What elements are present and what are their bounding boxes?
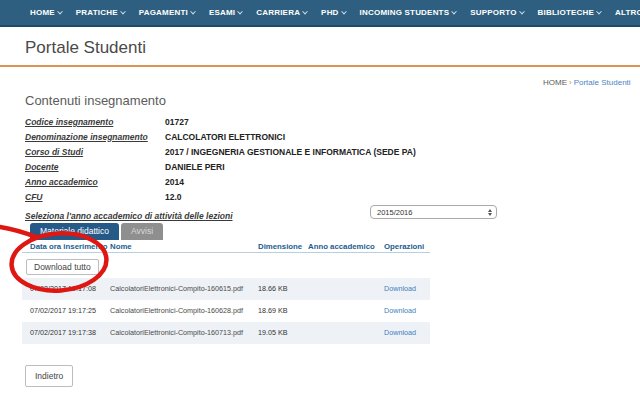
nav-item-label: ALTRO: [615, 8, 640, 17]
cell-year: [308, 300, 378, 322]
chevron-down-icon: [519, 8, 525, 14]
detail-value: 2017 / INGEGNERIA GESTIONALE E INFORMATI…: [165, 147, 416, 157]
column-header-date: Data ora inserimento: [22, 242, 110, 251]
main-nav: HOME PRATICHE PAGAMENTI ESAMI CARRIERA P…: [0, 0, 640, 27]
cell-year: [308, 322, 378, 344]
chevron-down-icon: [451, 8, 457, 14]
back-button[interactable]: Indietro: [25, 365, 73, 387]
nav-item-esami[interactable]: ESAMI: [209, 8, 242, 17]
nav-item-label: ESAMI: [209, 8, 235, 17]
nav-item-biblioteche[interactable]: BIBLIOTECHE: [538, 8, 601, 17]
cell-date: 07/02/2017 19:17:25: [22, 300, 110, 322]
chevron-down-icon: [190, 8, 196, 14]
table-row: 07/02/2017 19:17:25 CalcolatoriElettroni…: [22, 300, 430, 322]
cell-size: 19.05 KB: [258, 322, 308, 344]
detail-label: Corso di Studi: [25, 147, 165, 157]
cell-size: 18.66 KB: [258, 278, 308, 300]
breadcrumb: HOME›Portale Studenti: [543, 78, 640, 87]
download-all-button[interactable]: Download tutto: [26, 259, 99, 275]
column-header-name: Nome: [110, 242, 258, 251]
course-details: Codice insegnamento01727 Denominazione i…: [25, 114, 640, 204]
tab-materiale-didattico[interactable]: Materiale didattico: [30, 223, 119, 240]
nav-item-incoming-students[interactable]: INCOMING STUDENTS: [360, 8, 457, 17]
nav-item-label: BIBLIOTECHE: [538, 8, 594, 17]
nav-item-label: CARRIERA: [256, 8, 300, 17]
table-row: 07/02/2017 19:17:38 CalcolatoriElettroni…: [22, 322, 430, 344]
cell-filename: CalcolatoriElettronici-Compito-160628.pd…: [110, 300, 258, 322]
download-all-row: Download tutto: [22, 253, 430, 278]
column-header-year: Anno accademico: [308, 242, 378, 251]
cell-date: 07/02/2017 19:17:38: [22, 322, 110, 344]
column-header-size: Dimensione: [258, 242, 308, 251]
nav-item-home[interactable]: HOME: [30, 8, 62, 17]
content-tabs: Materiale didattico Avvisi: [30, 223, 640, 240]
nav-item-supporto[interactable]: SUPPORTO: [470, 8, 523, 17]
year-select-row: Seleziona l'anno accademico di attività …: [25, 205, 640, 220]
download-link[interactable]: Download: [384, 328, 416, 337]
column-header-operations: Operazioni: [378, 242, 430, 251]
detail-row-codice: Codice insegnamento01727: [25, 114, 640, 129]
select-arrows-icon: [488, 209, 492, 216]
detail-value: 2014: [165, 177, 184, 187]
chevron-down-icon: [341, 8, 347, 14]
nav-item-label: PAGAMENTI: [139, 8, 188, 17]
detail-row-corso: Corso di Studi2017 / INGEGNERIA GESTIONA…: [25, 144, 640, 159]
cell-operations: Download: [378, 300, 430, 322]
cell-operations: Download: [378, 322, 430, 344]
chevron-down-icon: [57, 8, 63, 14]
nav-item-label: HOME: [30, 8, 55, 17]
breadcrumb-current: Portale Studenti: [574, 78, 631, 87]
detail-label: Codice insegnamento: [25, 117, 165, 127]
breadcrumb-home-link[interactable]: HOME: [543, 78, 567, 87]
section-heading: Contenuti insegnamento: [25, 93, 640, 108]
accent-divider: [0, 65, 640, 67]
detail-label: Denominazione insegnamento: [25, 132, 165, 142]
detail-row-denominazione: Denominazione insegnamentoCALCOLATORI EL…: [25, 129, 640, 144]
page-header: Portale Studenti HOME›Portale Studenti: [0, 27, 640, 67]
portal-page: HOME PRATICHE PAGAMENTI ESAMI CARRIERA P…: [0, 0, 640, 400]
nav-item-phd[interactable]: PHD: [321, 8, 346, 17]
table-header-row: Data ora inserimento Nome Dimensione Ann…: [22, 240, 430, 253]
nav-item-label: INCOMING STUDENTS: [360, 8, 450, 17]
detail-label: CFU: [25, 192, 165, 202]
detail-row-cfu: CFU12.0: [25, 189, 640, 204]
year-select[interactable]: 2015/2016: [370, 205, 497, 219]
detail-label: Anno accademico: [25, 177, 165, 187]
cell-filename: CalcolatoriElettronici-Compito-160713.pd…: [110, 322, 258, 344]
chevron-down-icon: [237, 8, 243, 14]
breadcrumb-separator: ›: [569, 78, 572, 87]
detail-label: Docente: [25, 162, 165, 172]
nav-item-label: PRATICHE: [76, 8, 118, 17]
page-title: Portale Studenti: [0, 38, 640, 60]
nav-item-label: PHD: [321, 8, 339, 17]
chevron-down-icon: [596, 8, 602, 14]
cell-filename: CalcolatoriElettronici-Compito-160615.pd…: [110, 278, 258, 300]
detail-value: 01727: [165, 117, 189, 127]
nav-item-carriera[interactable]: CARRIERA: [256, 8, 307, 17]
detail-value: DANIELE PERI: [165, 162, 225, 172]
detail-row-anno: Anno accademico2014: [25, 174, 640, 189]
nav-item-label: SUPPORTO: [470, 8, 516, 17]
nav-item-altro[interactable]: ALTRO: [615, 8, 640, 17]
materials-table: Data ora inserimento Nome Dimensione Ann…: [22, 240, 430, 344]
download-link[interactable]: Download: [384, 306, 416, 315]
detail-value: 12.0: [165, 192, 182, 202]
detail-row-docente: DocenteDANIELE PERI: [25, 159, 640, 174]
cell-size: 18.69 KB: [258, 300, 308, 322]
cell-date: 07/02/2017 19:17:08: [22, 278, 110, 300]
chevron-down-icon: [302, 8, 308, 14]
year-select-label: Seleziona l'anno accademico di attività …: [25, 209, 233, 224]
main-content: Contenuti insegnamento Codice insegnamen…: [0, 93, 640, 387]
download-link[interactable]: Download: [384, 284, 416, 293]
cell-operations: Download: [378, 278, 430, 300]
cell-year: [308, 278, 378, 300]
table-row: 07/02/2017 19:17:08 CalcolatoriElettroni…: [22, 278, 430, 300]
tab-avvisi[interactable]: Avvisi: [121, 223, 163, 240]
year-select-value: 2015/2016: [377, 208, 412, 217]
detail-value: CALCOLATORI ELETTRONICI: [165, 132, 285, 142]
chevron-down-icon: [120, 8, 126, 14]
nav-item-pratiche[interactable]: PRATICHE: [76, 8, 125, 17]
nav-item-pagamenti[interactable]: PAGAMENTI: [139, 8, 195, 17]
